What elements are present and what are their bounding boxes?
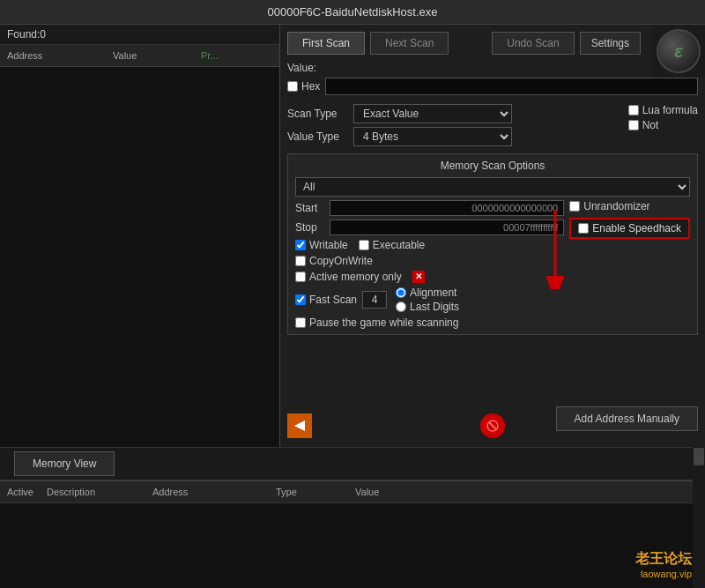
stop-label: Stop: [295, 221, 326, 234]
logo-area: ε: [652, 25, 705, 78]
col-active: Active: [0, 485, 40, 499]
col-value: Value: [348, 485, 705, 499]
writable-executable-row: Writable Executable: [295, 239, 564, 251]
title-bar: 00000F6C-BaiduNetdiskHost.exe: [0, 0, 705, 25]
memory-scan-options: Memory Scan Options All Start Stop: [287, 153, 698, 335]
ce-logo: ε: [657, 29, 701, 73]
executable-label[interactable]: Executable: [359, 239, 425, 251]
next-scan-button[interactable]: Next Scan: [370, 32, 449, 55]
memory-view-bar: Memory View: [0, 447, 705, 480]
executable-checkbox[interactable]: [359, 240, 369, 250]
stop-row: Stop: [295, 220, 564, 235]
start-row: Start: [295, 200, 564, 216]
svg-line-4: [489, 422, 496, 429]
add-manually-container: Add Address Manually: [549, 399, 705, 438]
hex-row: Hex: [287, 78, 698, 95]
col-description: Description: [40, 485, 145, 499]
unrandomizer-label[interactable]: Unrandomizer: [569, 200, 690, 212]
add-address-manually-button[interactable]: Add Address Manually: [556, 406, 698, 431]
scan-mode-group: Alignment Last Digits: [396, 287, 459, 313]
active-memory-label[interactable]: Active memory only: [295, 271, 402, 283]
pause-row: Pause the game while scanning: [295, 316, 564, 329]
col-address: Address: [145, 485, 269, 499]
copyonwrite-row: CopyOnWrite: [295, 255, 564, 267]
settings-button[interactable]: Settings: [580, 32, 641, 55]
first-scan-button[interactable]: First Scan: [287, 32, 365, 55]
hex-label: Hex: [301, 80, 320, 93]
undo-scan-button[interactable]: Undo Scan: [492, 32, 574, 55]
last-digits-text: Last Digits: [410, 301, 459, 313]
executable-text: Executable: [373, 239, 425, 251]
unrandomizer-text: Unrandomizer: [583, 200, 649, 212]
active-memory-row: Active memory only ✕: [295, 271, 564, 283]
value-label: Value:: [287, 62, 316, 74]
writable-checkbox[interactable]: [295, 240, 306, 250]
fast-scan-row: Fast Scan Alignment Last Digits: [295, 287, 564, 313]
copyonwrite-label[interactable]: CopyOnWrite: [295, 255, 373, 267]
last-digits-label[interactable]: Last Digits: [396, 301, 459, 313]
value-input[interactable]: [325, 78, 698, 95]
active-memory-checkbox[interactable]: [295, 272, 306, 282]
speedhack-checkbox[interactable]: [578, 223, 589, 234]
fast-scan-input[interactable]: [362, 291, 387, 309]
hex-checkbox[interactable]: [287, 81, 298, 92]
pause-game-label[interactable]: Pause the game while scanning: [295, 316, 458, 329]
list-header: Address Value Pr...: [0, 45, 279, 67]
not-text: Not: [642, 119, 659, 131]
nav-arrow-button[interactable]: [287, 413, 312, 438]
window-title: 00000F6C-BaiduNetdiskHost.exe: [268, 5, 438, 19]
value-label-row: Value:: [287, 62, 698, 74]
stop-input[interactable]: [330, 220, 564, 235]
last-digits-radio[interactable]: [396, 301, 406, 312]
bottom-table-header: Active Description Address Type Value: [0, 480, 705, 503]
active-memory-x-button[interactable]: ✕: [412, 271, 425, 283]
bottom-table-area: Memory View Active Description Address T…: [0, 447, 705, 588]
right-checkboxes: Lua formula Not: [628, 104, 698, 131]
lua-formula-checkbox[interactable]: [628, 105, 639, 115]
col-prev: Pr...: [194, 48, 279, 63]
memory-inputs-area: Start Stop Writable: [295, 200, 564, 329]
stop-button[interactable]: [480, 413, 505, 438]
col-address: Address: [0, 48, 106, 63]
start-label: Start: [295, 202, 326, 214]
fast-scan-label[interactable]: Fast Scan: [295, 294, 357, 306]
fast-scan-checkbox[interactable]: [295, 294, 306, 305]
alignment-radio[interactable]: [396, 287, 406, 298]
scan-type-row: Scan Type Exact Value: [287, 104, 612, 123]
pause-game-checkbox[interactable]: [295, 317, 306, 328]
copyonwrite-checkbox[interactable]: [295, 256, 306, 266]
hex-checkbox-label[interactable]: Hex: [287, 80, 320, 93]
unrandomizer-checkbox[interactable]: [569, 201, 580, 212]
start-input[interactable]: [330, 200, 564, 216]
speedhack-text: Enable Speedhack: [592, 222, 681, 234]
scan-type-select[interactable]: Exact Value: [353, 104, 512, 123]
scrollbar[interactable]: [693, 447, 705, 588]
writable-label[interactable]: Writable: [295, 239, 348, 251]
not-label[interactable]: Not: [628, 119, 698, 131]
copyonwrite-text: CopyOnWrite: [309, 255, 373, 267]
value-type-row: Value Type 4 Bytes: [287, 127, 612, 146]
stop-icon: [486, 420, 499, 432]
memory-all-select[interactable]: All: [295, 177, 690, 197]
memory-view-button[interactable]: Memory View: [14, 451, 115, 476]
scan-fields: Scan Type Exact Value Value Type 4 Bytes: [287, 104, 612, 150]
value-section: Value: Hex: [287, 62, 698, 99]
scan-type-label: Scan Type: [287, 108, 353, 120]
right-memory-options: Unrandomizer Enable Speedhack: [569, 200, 690, 239]
memory-scan-title: Memory Scan Options: [295, 160, 690, 172]
nav-arrow-icon: [293, 419, 307, 433]
pause-game-text: Pause the game while scanning: [309, 316, 458, 329]
alignment-label[interactable]: Alignment: [396, 287, 459, 299]
alignment-text: Alignment: [410, 287, 456, 299]
scrollbar-thumb[interactable]: [694, 448, 704, 465]
enable-speedhack-container: Enable Speedhack: [569, 218, 690, 239]
value-type-label: Value Type: [287, 130, 353, 143]
nav-arrow-container: [287, 413, 312, 438]
all-row: All: [295, 177, 690, 197]
not-checkbox[interactable]: [628, 120, 639, 130]
fast-scan-text: Fast Scan: [309, 294, 357, 306]
col-type: Type: [269, 485, 348, 499]
lua-formula-label[interactable]: Lua formula: [628, 104, 698, 116]
value-type-select[interactable]: 4 Bytes: [353, 127, 512, 146]
active-memory-text: Active memory only: [309, 271, 402, 283]
